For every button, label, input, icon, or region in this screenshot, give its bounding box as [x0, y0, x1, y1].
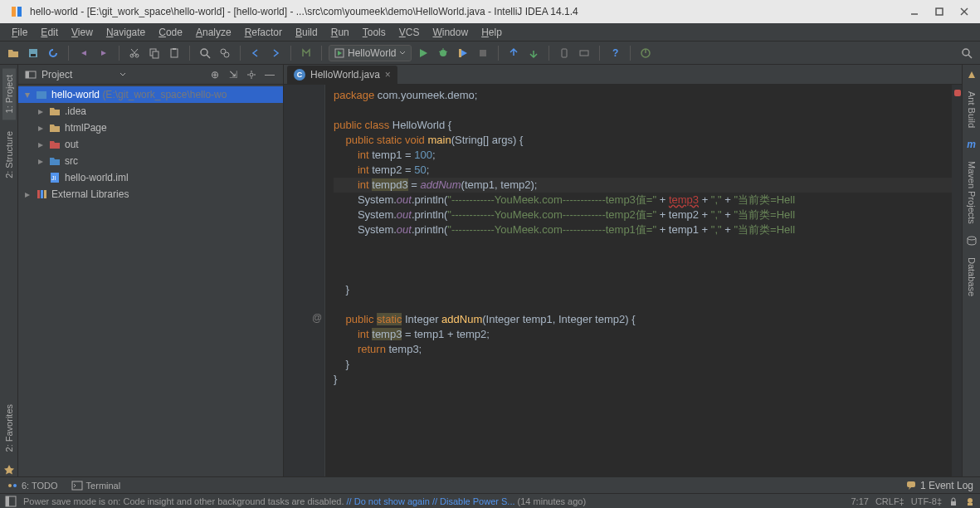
- tool-tab-maven[interactable]: Maven Projects: [965, 154, 978, 231]
- menu-vcs[interactable]: VCS: [392, 25, 427, 40]
- tool-tab-project[interactable]: 1: Project: [2, 68, 16, 120]
- sdk-button[interactable]: [576, 45, 592, 61]
- tool-tab-favorites[interactable]: 2: Favorites: [2, 398, 16, 458]
- replace-button[interactable]: [217, 45, 233, 61]
- svg-rect-3: [936, 8, 943, 15]
- menu-help[interactable]: Help: [475, 25, 509, 40]
- settings-gear-icon[interactable]: [245, 68, 258, 81]
- caret-position[interactable]: 7:17: [851, 496, 868, 506]
- balloon-icon: [905, 480, 917, 491]
- back-button[interactable]: [247, 45, 264, 61]
- event-log-button[interactable]: 1 Event Log: [905, 480, 973, 491]
- menu-code[interactable]: Code: [152, 25, 189, 40]
- svg-rect-14: [171, 49, 178, 57]
- menu-run[interactable]: Run: [324, 25, 356, 40]
- editor-tabs: C HelloWorld.java ×: [284, 65, 962, 85]
- tool-windows-icon[interactable]: [5, 496, 17, 507]
- tool-tab-terminal[interactable]: Terminal: [71, 480, 121, 491]
- hector-icon[interactable]: [965, 496, 975, 506]
- svg-line-33: [968, 55, 972, 58]
- minimize-button[interactable]: [902, 2, 927, 21]
- debug-button[interactable]: [435, 45, 451, 61]
- tree-root[interactable]: ▾ hello-world (E:\git_work_space\hello-w…: [18, 86, 283, 103]
- line-separator[interactable]: CRLF‡: [875, 496, 904, 506]
- tool-tab-ant-build[interactable]: Ant Build: [965, 85, 978, 134]
- menu-window[interactable]: Window: [426, 25, 475, 40]
- tree-item--idea[interactable]: ▸.idea: [18, 103, 283, 120]
- coverage-button[interactable]: [455, 45, 471, 61]
- folder-src-icon: [48, 155, 61, 167]
- help-button[interactable]: ?: [607, 45, 623, 61]
- editor-body[interactable]: @ package com.youmeek.demo; public class…: [284, 85, 962, 476]
- svg-point-45: [13, 484, 17, 487]
- scroll-from-source-button[interactable]: ⊕: [208, 68, 222, 81]
- tree-item-htmlPage[interactable]: ▸htmlPage: [18, 120, 283, 136]
- menu-file[interactable]: File: [5, 25, 34, 40]
- forward-button[interactable]: [267, 45, 284, 61]
- collapse-all-button[interactable]: ⇲: [227, 68, 240, 81]
- stop-button[interactable]: [475, 45, 491, 61]
- cut-button[interactable]: [126, 45, 143, 61]
- menu-refactor[interactable]: Refactor: [238, 25, 289, 40]
- menu-analyze[interactable]: Analyze: [189, 25, 238, 40]
- terminal-label: Terminal: [86, 481, 121, 491]
- make-button[interactable]: [298, 45, 314, 61]
- open-button[interactable]: [5, 45, 22, 61]
- tree-external-label: External Libraries: [51, 188, 129, 200]
- editor-gutter[interactable]: @: [284, 85, 325, 476]
- search-everywhere-button[interactable]: [958, 45, 975, 61]
- tree-item-src[interactable]: ▸src: [18, 153, 283, 169]
- error-stripe[interactable]: [952, 85, 962, 476]
- close-button[interactable]: [952, 2, 977, 21]
- hide-panel-button[interactable]: —: [263, 68, 276, 81]
- menu-tools[interactable]: Tools: [356, 25, 392, 40]
- editor-tab[interactable]: C HelloWorld.java ×: [287, 66, 397, 84]
- menu-edit[interactable]: Edit: [34, 25, 65, 40]
- maximize-button[interactable]: [927, 2, 952, 21]
- menu-navigate[interactable]: Navigate: [100, 25, 152, 40]
- svg-rect-42: [44, 190, 46, 198]
- run-configuration-selector[interactable]: HelloWorld: [329, 45, 412, 61]
- ant-icon[interactable]: [965, 68, 978, 81]
- tree-item-out[interactable]: ▸out: [18, 136, 283, 153]
- find-button[interactable]: [197, 45, 213, 61]
- tool-tab-structure[interactable]: 2: Structure: [2, 125, 16, 185]
- main-toolbar: HelloWorld ?: [0, 42, 980, 65]
- power-save-icon[interactable]: [637, 45, 654, 61]
- close-tab-icon[interactable]: ×: [385, 69, 391, 81]
- maven-icon[interactable]: m: [965, 138, 978, 151]
- file-encoding[interactable]: UTF-8‡: [911, 496, 942, 506]
- lock-icon[interactable]: [948, 496, 958, 506]
- error-marker[interactable]: [954, 90, 961, 96]
- code-area[interactable]: package com.youmeek.demo; public class H…: [325, 85, 952, 476]
- status-link-disable[interactable]: // Disable Power S...: [432, 496, 515, 506]
- database-icon[interactable]: [965, 234, 978, 247]
- sync-button[interactable]: [45, 45, 61, 61]
- vcs-commit-button[interactable]: [525, 45, 542, 61]
- menu-build[interactable]: Build: [289, 25, 324, 40]
- star-icon: [2, 463, 16, 476]
- tree-external-libraries[interactable]: ▸ External Libraries: [18, 186, 283, 203]
- left-tool-stripe: 1: Project 2: Structure 2: Favorites: [0, 65, 18, 476]
- menubar: FileEditViewNavigateCodeAnalyzeRefactorB…: [0, 23, 980, 42]
- save-button[interactable]: [25, 45, 41, 61]
- svg-point-21: [440, 50, 446, 56]
- tool-tab-database[interactable]: Database: [965, 251, 978, 303]
- copy-button[interactable]: [146, 45, 163, 61]
- undo-button[interactable]: [76, 45, 92, 61]
- chevron-down-icon[interactable]: [119, 71, 126, 78]
- menu-view[interactable]: View: [65, 25, 100, 40]
- paste-button[interactable]: [166, 45, 183, 61]
- tree-item-hello-world-iml[interactable]: JIhello-world.iml: [18, 169, 283, 186]
- folder-out-icon: [48, 139, 61, 150]
- status-link-dont-show[interactable]: // Do not show again: [347, 496, 430, 506]
- project-tree[interactable]: ▾ hello-world (E:\git_work_space\hello-w…: [18, 85, 283, 476]
- tool-tab-todo[interactable]: 6: TODO: [7, 480, 58, 491]
- redo-button[interactable]: [95, 45, 112, 61]
- window-titlebar: hello-world - [E:\git_work_space\hello-w…: [0, 0, 980, 23]
- avd-button[interactable]: [556, 45, 573, 61]
- svg-rect-7: [31, 54, 36, 56]
- run-button[interactable]: [415, 45, 431, 61]
- project-panel-header: Project ⊕ ⇲ —: [18, 65, 283, 85]
- vcs-update-button[interactable]: [505, 45, 522, 61]
